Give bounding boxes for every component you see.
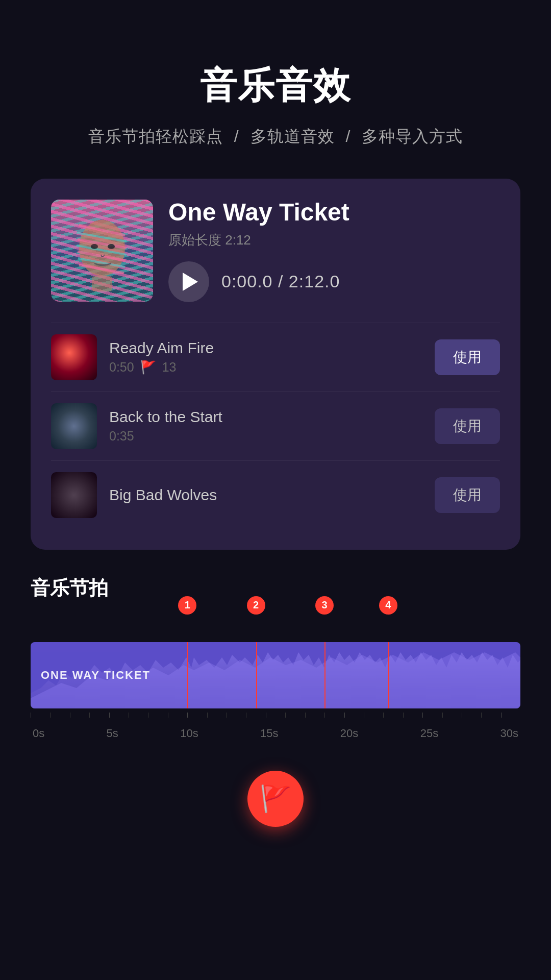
use-button-2[interactable]: 使用 <box>435 408 500 444</box>
beat-line-2 <box>256 642 257 708</box>
play-button[interactable] <box>168 261 209 302</box>
tick-10s: 10s <box>180 725 198 740</box>
tick-label-25: 25s <box>420 727 438 740</box>
tick <box>324 713 344 718</box>
tick <box>403 713 422 718</box>
tick <box>266 713 285 718</box>
tick-label-30: 30s <box>500 727 518 740</box>
flag-count-1: 13 <box>162 360 177 375</box>
tick-label-10: 10s <box>180 727 198 740</box>
flag-button[interactable]: 🚩 <box>247 771 304 827</box>
track-name-3: Big Bad Wolves <box>109 486 422 504</box>
track-name-1: Ready Aim Fire <box>109 339 422 357</box>
tick <box>462 713 481 718</box>
list-item: Ready Aim Fire 0:50 🚩 13 使用 <box>51 323 500 391</box>
page-subtitle: 音乐节拍轻松踩点 / 多轨道音效 / 多种导入方式 <box>88 126 463 148</box>
music-list: Ready Aim Fire 0:50 🚩 13 使用 Back to the … <box>51 323 500 529</box>
svg-point-8 <box>91 244 98 249</box>
list-item: Back to the Start 0:35 使用 <box>51 391 500 460</box>
timeline-labels: 0s 5s 10s 15s 20s 25s 30s <box>31 725 520 740</box>
track-info-3: Big Bad Wolves <box>109 486 422 504</box>
waveform-container: 1 2 3 4 ONE WAY TICKET <box>31 617 520 740</box>
tick <box>129 713 148 718</box>
beat-number-2: 2 <box>247 596 265 615</box>
tick <box>187 713 207 718</box>
tick-20s: 20s <box>340 725 358 740</box>
subtitle-part-2: 多轨道音效 <box>251 127 335 145</box>
album-art <box>51 200 153 302</box>
time-display: 0:00.0 / 2:12.0 <box>221 272 340 291</box>
tick <box>422 713 442 718</box>
beat-marker-2: 2 <box>247 596 265 615</box>
track-thumbnail-2 <box>51 403 97 449</box>
svg-point-9 <box>108 244 115 249</box>
tick <box>168 713 187 718</box>
track-duration-1: 0:50 <box>109 360 134 375</box>
track-title: One Way Ticket <box>168 199 500 226</box>
tick <box>285 713 305 718</box>
beat-markers-row: 1 2 3 4 <box>31 617 520 642</box>
flag-icon-1: 🚩 <box>140 360 156 375</box>
tick <box>50 713 69 718</box>
tick <box>501 713 520 718</box>
track-meta-1: 0:50 🚩 13 <box>109 360 422 375</box>
use-button-1[interactable]: 使用 <box>435 339 500 375</box>
tick <box>109 713 129 718</box>
beat-number-1: 1 <box>178 596 196 615</box>
beat-line-4 <box>388 642 389 708</box>
beat-number-3: 3 <box>315 596 334 615</box>
track-waveform-label: ONE WAY TICKET <box>41 669 151 682</box>
page-title: 音乐音效 <box>200 61 351 110</box>
beat-section-title: 音乐节拍 <box>31 575 520 601</box>
play-icon <box>183 273 198 291</box>
track-thumbnail-3 <box>51 472 97 518</box>
beat-line-3 <box>324 642 325 708</box>
flag-button-icon: 🚩 <box>260 784 291 814</box>
tick <box>70 713 89 718</box>
tick-5s: 5s <box>107 725 118 740</box>
list-item: Big Bad Wolves 使用 <box>51 460 500 529</box>
beat-marker-1: 1 <box>178 596 196 615</box>
tick-30s: 30s <box>500 725 518 740</box>
beat-marker-3: 3 <box>315 596 334 615</box>
timeline: 0s 5s 10s 15s 20s 25s 30s <box>31 713 520 740</box>
tick <box>89 713 109 718</box>
track-name-2: Back to the Start <box>109 408 422 426</box>
track-info-1: Ready Aim Fire 0:50 🚩 13 <box>109 339 422 375</box>
tick-15s: 15s <box>260 725 278 740</box>
tick <box>344 713 364 718</box>
use-button-3[interactable]: 使用 <box>435 477 500 513</box>
beat-marker-4: 4 <box>379 596 397 615</box>
track-thumbnail-1 <box>51 334 97 380</box>
waveform-track[interactable]: ONE WAY TICKET <box>31 642 520 708</box>
beat-line-1 <box>187 642 188 708</box>
subtitle-part-3: 多种导入方式 <box>362 127 463 145</box>
tick-label-15: 15s <box>260 727 278 740</box>
track-info-2: Back to the Start 0:35 <box>109 408 422 444</box>
tick <box>383 713 403 718</box>
player-controls: 0:00.0 / 2:12.0 <box>168 261 500 302</box>
now-playing-section: One Way Ticket 原始长度 2:12 0:00.0 / 2:12.0 <box>51 199 500 302</box>
tick-label-5: 5s <box>107 727 118 740</box>
tick <box>481 713 500 718</box>
tick <box>227 713 246 718</box>
tick <box>305 713 324 718</box>
subtitle-slash-1: / <box>234 127 244 145</box>
track-duration-2: 0:35 <box>109 429 134 444</box>
svg-rect-10 <box>92 276 112 291</box>
music-card: One Way Ticket 原始长度 2:12 0:00.0 / 2:12.0… <box>31 179 520 550</box>
track-meta-2: 0:35 <box>109 429 422 444</box>
tick <box>442 713 462 718</box>
subtitle-slash-2: / <box>345 127 356 145</box>
subtitle-part-1: 音乐节拍轻松踩点 <box>88 127 223 145</box>
tick <box>31 713 50 718</box>
beat-section: 音乐节拍 1 2 3 4 ONE WAY TICKET <box>31 575 520 740</box>
mini-ticks-row <box>31 713 520 718</box>
track-info: One Way Ticket 原始长度 2:12 0:00.0 / 2:12.0 <box>168 199 500 302</box>
tick-label-0: 0s <box>33 727 44 740</box>
beat-number-4: 4 <box>379 596 397 615</box>
tick <box>364 713 383 718</box>
tick <box>246 713 265 718</box>
tick-label-20: 20s <box>340 727 358 740</box>
duration-label: 原始长度 2:12 <box>168 231 500 249</box>
